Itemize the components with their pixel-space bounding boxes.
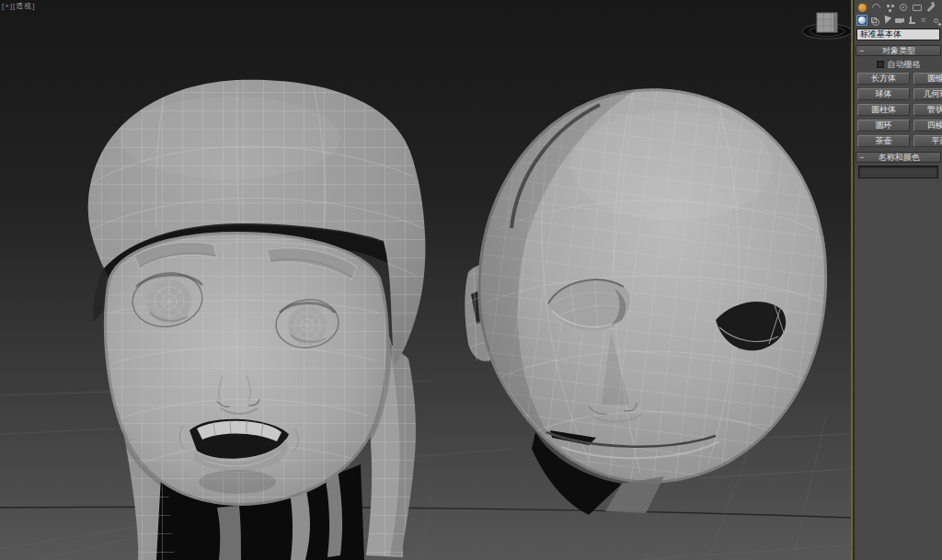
neck [217, 506, 241, 560]
systems-category-icon[interactable] [931, 15, 941, 26]
space-warps-category-icon[interactable]: ≈ [918, 15, 928, 26]
perspective-viewport[interactable]: [+][透视] [0, 0, 851, 560]
3ds-max-window: [+][透视] [0, 0, 942, 560]
create-tab-icon[interactable] [856, 3, 867, 13]
primitive-buttons: 长方体 圆锥体 球体 几何球体 圆柱体 管状体 圆环 四棱锥 茶壶 平面 [855, 72, 942, 147]
geometry-category-icon[interactable] [856, 15, 867, 26]
utilities-tab-icon[interactable] [925, 3, 936, 13]
primitive-type-dropdown[interactable]: 标准基本体 [856, 29, 940, 40]
geosphere-button[interactable]: 几何球体 [913, 88, 942, 100]
tube-button[interactable]: 管状体 [913, 104, 942, 116]
command-panel-tabs [855, 0, 942, 14]
hierarchy-tab-icon[interactable] [884, 3, 895, 13]
sphere-button[interactable]: 球体 [857, 88, 910, 100]
collapse-icon: − [859, 154, 864, 162]
torus-button[interactable]: 圆环 [857, 120, 910, 131]
autogrid-label: 自动栅格 [888, 59, 921, 71]
viewport-canvas[interactable] [0, 0, 851, 560]
modify-tab-icon[interactable] [870, 3, 881, 13]
shapes-category-icon[interactable] [869, 15, 879, 26]
autogrid-checkbox[interactable] [877, 61, 884, 68]
cameras-category-icon[interactable] [893, 15, 903, 26]
display-tab-icon[interactable] [912, 3, 923, 13]
rollout-title: 名称和颜色 [867, 152, 940, 164]
helpers-category-icon[interactable] [906, 15, 916, 26]
collapse-icon: − [859, 47, 864, 55]
box-button[interactable]: 长方体 [857, 73, 910, 85]
object-name-field[interactable] [858, 166, 938, 178]
motion-tab-icon[interactable] [898, 3, 909, 13]
object-type-rollout-header[interactable]: − 对象类型 [856, 45, 941, 56]
viewport-label[interactable]: [+][透视] [2, 1, 36, 11]
autogrid-row: 自动栅格 [855, 58, 942, 71]
name-color-rollout-header[interactable]: − 名称和颜色 [856, 152, 941, 163]
command-panel: ≈ 标准基本体 − 对象类型 自动栅格 长方体 圆锥体 球体 几何球体 圆柱体 … [855, 0, 942, 560]
cylinder-button[interactable]: 圆柱体 [857, 104, 910, 116]
chin-shadow [199, 470, 276, 494]
plane-button[interactable]: 平面 [913, 135, 942, 147]
cone-button[interactable]: 圆锥体 [913, 73, 942, 85]
create-category-row: ≈ [855, 14, 942, 28]
rollout-title: 对象类型 [867, 45, 940, 57]
pyramid-button[interactable]: 四棱锥 [913, 120, 942, 131]
teapot-button[interactable]: 茶壶 [857, 135, 910, 147]
model-head-girl[interactable] [83, 74, 432, 560]
lights-category-icon[interactable] [881, 15, 891, 26]
